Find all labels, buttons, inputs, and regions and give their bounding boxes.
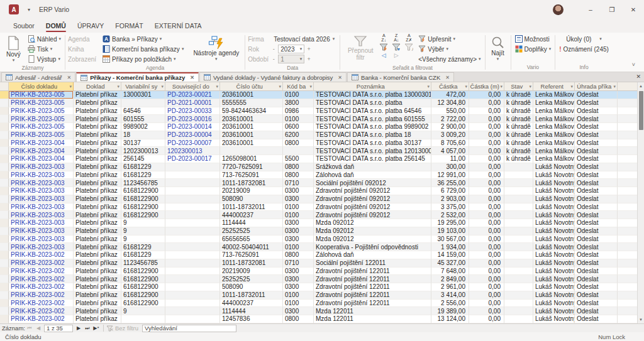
cell[interactable]: PD-2023-00004: [165, 131, 220, 139]
cell[interactable]: 0100: [283, 243, 314, 251]
cell[interactable]: PRIK-KB-2023-004: [9, 155, 74, 163]
column-filter-icon[interactable]: ▾: [309, 84, 313, 89]
cell[interactable]: 40002-50404011: [220, 243, 283, 251]
cell[interactable]: Platební příkaz: [74, 147, 121, 155]
cell[interactable]: TESTOVACÍ DATA s.r.o. platba 256145: [314, 155, 431, 163]
cell[interactable]: Odeslat: [575, 123, 618, 131]
row-selector[interactable]: [0, 155, 9, 163]
cell[interactable]: 0,00: [469, 131, 504, 139]
obdobi-minus-button[interactable]: -: [271, 56, 276, 62]
cell[interactable]: [504, 300, 533, 308]
cell[interactable]: PRIK-KB-2023-005: [9, 131, 74, 139]
cell[interactable]: [121, 99, 165, 107]
cell[interactable]: 0800: [283, 315, 314, 323]
addons-button[interactable]: Doplňky▾: [514, 44, 553, 54]
cell[interactable]: 0100: [283, 203, 314, 212]
cell[interactable]: Platební příkaz: [74, 283, 121, 291]
table-row[interactable]: PRIK-KB-2023-005Platební příkaz18PD-2023…: [0, 131, 644, 139]
cell[interactable]: 300,00: [431, 163, 469, 171]
cell[interactable]: 2 903,00: [431, 195, 469, 203]
tab-close-icon[interactable]: ✕: [190, 75, 194, 80]
select-all-gutter[interactable]: [0, 82, 9, 91]
cell[interactable]: Odeslat: [575, 91, 618, 99]
cell[interactable]: 30 567,00: [431, 235, 469, 244]
cell[interactable]: 9: [121, 219, 165, 227]
cell[interactable]: 7720-7625091: [220, 163, 283, 171]
cell[interactable]: Platební příkaz: [74, 195, 121, 203]
cell[interactable]: PRIK-KB-2023-003: [9, 227, 74, 235]
row-selector[interactable]: [0, 99, 9, 107]
row-selector[interactable]: [0, 107, 9, 116]
cell[interactable]: 713-7625091: [220, 251, 283, 259]
cell[interactable]: 64546: [121, 107, 165, 116]
cell[interactable]: 19 295,00: [431, 219, 469, 227]
column-header-6[interactable]: Poznámka▾: [314, 82, 431, 91]
row-selector[interactable]: [0, 147, 9, 155]
cell[interactable]: 6168122900: [121, 300, 165, 308]
cell[interactable]: Odeslat: [575, 235, 618, 244]
cell[interactable]: [504, 195, 533, 203]
menu-item-4[interactable]: EXTERNÍ DATA: [149, 20, 208, 33]
table-row[interactable]: PRIK-KB-2023-005Platební příkaz13000301P…: [0, 91, 644, 99]
search-input[interactable]: [142, 325, 236, 332]
cell[interactable]: 6168122900: [121, 283, 165, 291]
table-row[interactable]: PRIK-KB-2023-004Platební příkaz30137PD-2…: [0, 139, 644, 148]
cell[interactable]: 13000301: [121, 91, 165, 99]
last-record-icon[interactable]: ⏭: [83, 325, 92, 332]
row-selector[interactable]: [0, 307, 9, 315]
cell[interactable]: [165, 268, 220, 276]
column-filter-icon[interactable]: ▾: [500, 84, 504, 89]
cell[interactable]: PD-2021-00001: [165, 99, 220, 107]
row-selector[interactable]: [0, 115, 9, 123]
table-row[interactable]: PRIK-KB-2023-003Platební příkaz616812290…: [0, 195, 644, 203]
cell[interactable]: 203610001: [220, 139, 283, 148]
cell[interactable]: 61681229: [121, 171, 165, 180]
cell[interactable]: PRIK-KB-2023-003: [9, 195, 74, 203]
table-row[interactable]: PRIK-KB-2023-005Platební příkaz9989002PD…: [0, 123, 644, 131]
table-row[interactable]: PRIK-KB-2023-002Platební příkaz616812290…: [0, 268, 644, 276]
table-row[interactable]: PRIK-KB-2023-003Platební příkaz965656565…: [0, 235, 644, 244]
cell[interactable]: Odeslat: [575, 147, 618, 155]
cell[interactable]: TESTOVACÍ DATA s.r.o. platba 9989002: [314, 123, 431, 131]
cell[interactable]: [165, 163, 220, 171]
cell[interactable]: Platební příkaz: [74, 139, 121, 148]
cell[interactable]: Lukáš Novotný: [533, 275, 575, 283]
cell[interactable]: 0,00: [469, 219, 504, 227]
user-avatar[interactable]: [553, 4, 564, 15]
cell[interactable]: Odeslat: [575, 115, 618, 123]
cell[interactable]: 12 991,00: [431, 171, 469, 180]
cell[interactable]: 0,00: [469, 243, 504, 251]
column-filter-icon[interactable]: ▾: [529, 84, 533, 89]
cell[interactable]: PRIK-KB-2023-002: [9, 307, 74, 315]
cell[interactable]: Lenka Málková: [533, 139, 575, 148]
table-row[interactable]: PRIK-KB-2023-002Platební příkaz616812290…: [0, 275, 644, 283]
cell[interactable]: PD-2023-00016: [165, 115, 220, 123]
next-triangle-icon[interactable]: ▷: [392, 52, 401, 58]
cell[interactable]: k úhradě: [504, 115, 533, 123]
cell[interactable]: [504, 307, 533, 315]
rok-minus-button[interactable]: -: [271, 46, 276, 52]
cell[interactable]: 0,00: [469, 227, 504, 235]
row-selector[interactable]: [0, 268, 9, 276]
cell[interactable]: 0,00: [469, 275, 504, 283]
cell[interactable]: 6168122900: [121, 291, 165, 300]
cell[interactable]: Lenka Málková: [533, 155, 575, 163]
cell[interactable]: Lukáš Novotný: [533, 227, 575, 235]
cell[interactable]: Platební příkaz: [74, 131, 121, 139]
cell[interactable]: [165, 283, 220, 291]
cell[interactable]: 9989002: [121, 123, 165, 131]
cell[interactable]: 2 900,00: [431, 123, 469, 131]
table-row[interactable]: PRIK-KB-2023-003Platební příkaz616812290…: [0, 187, 644, 195]
cell[interactable]: Platební příkaz: [74, 203, 121, 212]
cell[interactable]: Srážková daň: [314, 163, 431, 171]
cell[interactable]: 1265098001: [220, 155, 283, 163]
cell[interactable]: PRIK-KB-2023-002: [9, 259, 74, 268]
cell[interactable]: 444000237: [220, 300, 283, 308]
table-row[interactable]: PRIK-KB-2023-004Platební příkaz120230001…: [0, 147, 644, 155]
cell[interactable]: Zdravotní pojištění 122011: [314, 283, 431, 291]
cell[interactable]: 713-7625091: [220, 171, 283, 180]
cell[interactable]: Lukáš Novotný: [533, 235, 575, 244]
cell[interactable]: Platební příkaz: [74, 315, 121, 323]
column-header-11[interactable]: Úhrada příka▾: [575, 82, 618, 91]
row-selector[interactable]: [0, 219, 9, 227]
